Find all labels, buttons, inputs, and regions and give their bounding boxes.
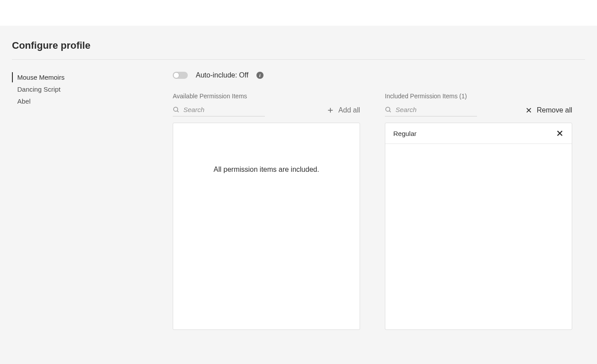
sidebar-item-mouse-memoirs[interactable]: Mouse Memoirs [12, 71, 159, 83]
available-panel: Available Permission Items [173, 93, 360, 330]
svg-line-1 [177, 111, 178, 112]
info-icon[interactable]: i [256, 72, 264, 79]
search-icon [385, 106, 392, 113]
sidebar: Mouse Memoirs Dancing Script Abel [0, 71, 159, 330]
add-all-label: Add all [338, 106, 360, 114]
list-item[interactable]: Regular [385, 123, 572, 144]
page-title: Configure profile [0, 26, 597, 59]
available-header: Available Permission Items [173, 93, 360, 100]
available-search-row: Add all [173, 104, 360, 116]
close-icon [525, 107, 532, 114]
available-search-input[interactable] [183, 106, 265, 113]
remove-all-button[interactable]: Remove all [525, 106, 572, 114]
remove-all-label: Remove all [537, 106, 572, 114]
svg-point-0 [174, 107, 178, 111]
included-list: Regular [385, 123, 572, 330]
sidebar-item-dancing-script[interactable]: Dancing Script [12, 83, 159, 95]
close-icon [556, 129, 564, 137]
content-area: Mouse Memoirs Dancing Script Abel Auto-i… [0, 60, 597, 330]
included-search-input[interactable] [395, 106, 477, 113]
main-panel: Auto-include: Off i Available Permission… [159, 71, 597, 330]
panels: Available Permission Items [159, 93, 572, 330]
toggle-knob [173, 72, 179, 78]
plus-icon [327, 107, 334, 114]
list-item-label: Regular [393, 130, 417, 137]
auto-include-toggle[interactable] [173, 72, 188, 79]
remove-item-button[interactable] [556, 129, 564, 137]
included-search-row: Remove all [385, 104, 572, 116]
auto-include-row: Auto-include: Off i [159, 71, 572, 79]
included-header: Included Permission Items (1) [385, 93, 572, 100]
search-icon [173, 106, 180, 113]
add-all-button[interactable]: Add all [327, 106, 360, 114]
configure-profile-page: Configure profile Mouse Memoirs Dancing … [0, 26, 597, 364]
svg-line-5 [389, 111, 391, 112]
sidebar-item-abel[interactable]: Abel [12, 95, 159, 107]
included-search-box[interactable] [385, 104, 477, 116]
svg-point-4 [386, 107, 390, 111]
included-panel: Included Permission Items (1) [385, 93, 572, 330]
auto-include-label: Auto-include: Off [196, 71, 248, 79]
available-empty-message: All permission items are included. [173, 123, 360, 174]
sidebar-item-label: Mouse Memoirs [17, 74, 65, 81]
sidebar-item-label: Dancing Script [17, 85, 61, 93]
available-search-box[interactable] [173, 104, 265, 116]
sidebar-item-label: Abel [17, 97, 31, 105]
available-list: All permission items are included. [173, 123, 360, 330]
